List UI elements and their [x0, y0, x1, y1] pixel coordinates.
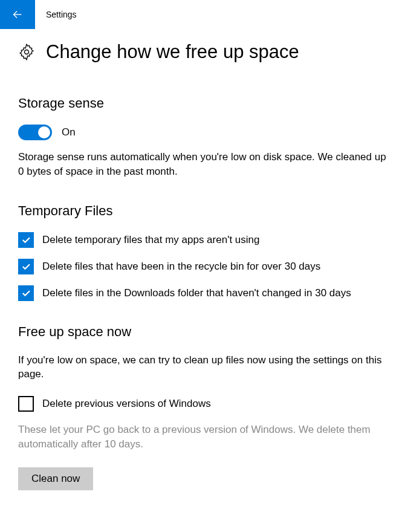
delete-previous-row: Delete previous versions of Windows [18, 396, 387, 412]
storage-sense-toggle[interactable] [18, 125, 52, 140]
content: Change how we free up space Storage sens… [0, 29, 405, 490]
checkmark-icon [21, 235, 31, 245]
temp-files-item-0: Delete temporary files that my apps aren… [18, 232, 387, 248]
checkbox-label: Delete files in the Downloads folder tha… [42, 285, 351, 300]
temp-files-item-1: Delete files that have been in the recyc… [18, 259, 387, 274]
header-bar: Settings [0, 0, 405, 29]
delete-previous-help: These let your PC go back to a previous … [18, 423, 387, 452]
checkmark-icon [21, 261, 31, 272]
header-title: Settings [46, 10, 77, 19]
free-up-heading: Free up space now [18, 324, 387, 340]
free-up-intro: If you're low on space, we can try to cl… [18, 353, 387, 382]
checkbox-label: Delete files that have been in the recyc… [42, 259, 320, 274]
storage-sense-toggle-label: On [62, 126, 76, 138]
checkbox-temp-apps[interactable] [18, 232, 34, 248]
gear-icon [18, 44, 35, 60]
checkbox-delete-previous-windows[interactable] [18, 396, 34, 412]
temp-files-item-2: Delete files in the Downloads folder tha… [18, 285, 387, 301]
back-button[interactable] [0, 0, 35, 29]
checkbox-recycle-bin[interactable] [18, 259, 34, 274]
clean-now-button[interactable]: Clean now [18, 467, 93, 490]
checkmark-icon [21, 288, 31, 299]
toggle-knob [38, 126, 50, 138]
storage-sense-toggle-row: On [18, 125, 387, 140]
page-title: Change how we free up space [46, 41, 299, 63]
arrow-left-icon [11, 8, 24, 21]
svg-point-0 [25, 50, 29, 54]
checkbox-label: Delete temporary files that my apps aren… [42, 232, 259, 247]
storage-sense-heading: Storage sense [18, 96, 387, 111]
storage-sense-description: Storage sense runs automatically when yo… [18, 150, 387, 179]
temporary-files-heading: Temporary Files [18, 203, 387, 219]
title-row: Change how we free up space [18, 41, 387, 63]
checkbox-label: Delete previous versions of Windows [42, 396, 211, 411]
checkbox-downloads[interactable] [18, 285, 34, 301]
